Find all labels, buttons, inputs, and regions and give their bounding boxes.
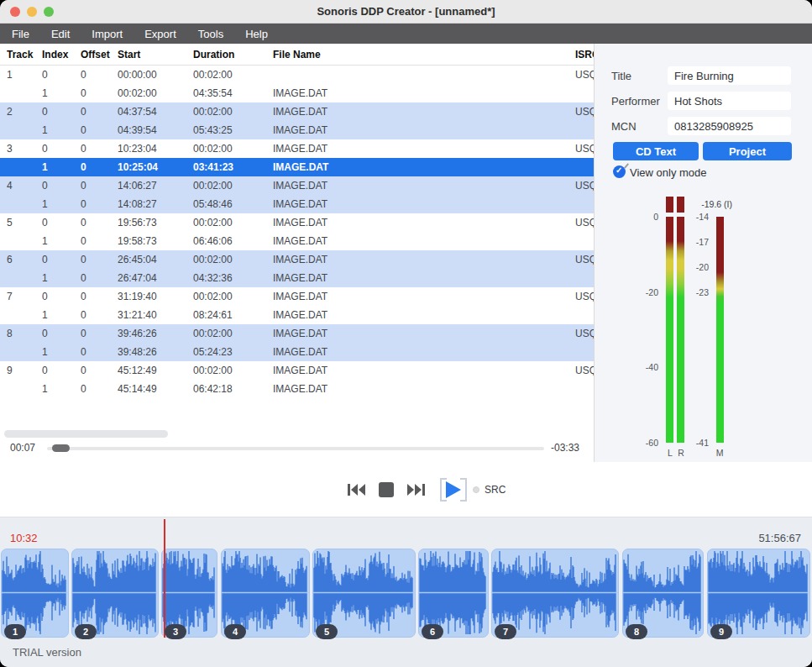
cell-start: 04:39:54 [118, 124, 193, 136]
cell-offset: 0 [81, 365, 118, 376]
cell-file: IMAGE.DAT [273, 87, 575, 99]
cd-text-button[interactable]: CD Text [613, 142, 699, 160]
total-time: 51:56:67 [758, 532, 801, 544]
column-header-offset[interactable]: Offset [81, 49, 118, 60]
src-label: SRC [485, 484, 506, 496]
column-header-duration[interactable]: Duration [193, 49, 273, 60]
column-header-isrc[interactable]: ISRC [575, 49, 594, 60]
cell-isrc: USQ [575, 217, 594, 228]
cell-duration: 05:48:46 [193, 198, 273, 210]
cell-duration: 00:02:00 [193, 143, 273, 155]
cell-file: IMAGE.DAT [273, 217, 575, 228]
cell-file: IMAGE.DAT [273, 254, 575, 265]
table-row[interactable]: 90045:12:4900:02:00IMAGE.DATUSQ [0, 361, 594, 380]
status-text: TRIAL version [13, 640, 81, 665]
m-meter-scale: -14-17-20-23-41 [677, 217, 712, 443]
seek-slider[interactable] [47, 447, 544, 450]
table-row[interactable]: 20004:37:5400:02:00IMAGE.DATUSQ [0, 102, 594, 121]
cell-duration: 08:24:61 [193, 309, 273, 321]
cell-index: 1 [42, 346, 81, 358]
table-row[interactable]: 1031:21:4008:24:61IMAGE.DAT [0, 306, 594, 324]
table-row[interactable]: 1019:58:7306:46:06IMAGE.DAT [0, 232, 594, 250]
title-field[interactable] [668, 66, 791, 85]
play-button[interactable] [439, 478, 468, 502]
cell-start: 04:37:54 [118, 106, 193, 118]
table-row[interactable]: 1039:48:2605:24:23IMAGE.DAT [0, 343, 594, 361]
src-led-icon [473, 486, 479, 493]
cell-file: IMAGE.DAT [273, 124, 575, 136]
src-indicator[interactable]: SRC [473, 462, 506, 517]
menu-export[interactable]: Export [144, 28, 176, 40]
waveform-track-row [0, 549, 812, 638]
meter-scale-label: -17 [696, 237, 709, 247]
table-row[interactable]: 50019:56:7300:02:00IMAGE.DATUSQ [0, 213, 594, 232]
table-row[interactable]: 80039:46:2600:02:00IMAGE.DATUSQ [0, 324, 594, 343]
column-header-index[interactable]: Index [42, 49, 81, 60]
meter-scale-label: 0 [653, 212, 658, 222]
cell-offset: 0 [81, 346, 118, 358]
column-header-start[interactable]: Start [118, 49, 193, 60]
cell-start: 39:48:26 [118, 346, 193, 358]
cell-duration: 05:24:23 [193, 346, 273, 358]
meter-scale-label: -60 [646, 438, 658, 448]
previous-track-button[interactable] [344, 481, 366, 498]
right-meter-clip-cap [677, 197, 684, 213]
menu-tools[interactable]: Tools [198, 28, 223, 40]
title-bar: Sonoris DDP Creator - [unnamed*] [0, 0, 812, 24]
cell-track: 3 [7, 143, 42, 155]
cell-file: IMAGE.DAT [273, 143, 575, 155]
cell-offset: 0 [81, 180, 118, 192]
table-row[interactable]: 1026:47:0404:32:36IMAGE.DAT [0, 269, 594, 287]
playhead-cursor[interactable] [164, 519, 165, 638]
cell-index: 1 [42, 87, 81, 99]
cell-offset: 0 [81, 143, 118, 155]
cell-offset: 0 [81, 161, 118, 173]
table-row[interactable]: 1045:14:4906:42:18IMAGE.DAT [0, 380, 594, 398]
seek-slider-thumb[interactable] [52, 444, 70, 452]
column-header-file-name[interactable]: File Name [273, 49, 575, 60]
project-button[interactable]: Project [703, 142, 792, 160]
table-row[interactable]: 60026:45:0400:02:00IMAGE.DATUSQ [0, 250, 594, 269]
cell-index: 0 [42, 69, 81, 81]
cell-isrc: USQ [575, 106, 594, 118]
menu-file[interactable]: File [12, 28, 29, 40]
table-row[interactable]: 1004:39:5405:43:25IMAGE.DAT [0, 121, 594, 139]
cell-track: 5 [7, 217, 42, 228]
menu-edit[interactable]: Edit [51, 28, 70, 40]
cell-offset: 0 [81, 235, 118, 247]
performer-field[interactable] [668, 92, 791, 110]
track-number-badge: 1 [4, 624, 26, 639]
column-header-track[interactable]: Track [7, 49, 42, 60]
meter-scale-label: -41 [696, 438, 709, 448]
cell-isrc: USQ [575, 254, 594, 265]
cell-index: 0 [42, 365, 81, 376]
table-row[interactable]: 10000:00:0000:02:00USQ [0, 66, 594, 84]
menu-help[interactable]: Help [245, 28, 268, 40]
table-row[interactable]: 1014:08:2705:48:46IMAGE.DAT [0, 195, 594, 213]
menu-import[interactable]: Import [92, 28, 123, 40]
cell-duration: 05:43:25 [193, 124, 273, 136]
horizontal-scrollbar[interactable] [4, 430, 168, 438]
cell-file: IMAGE.DAT [273, 291, 575, 302]
table-row[interactable]: 1000:02:0004:35:54IMAGE.DAT [0, 84, 594, 102]
cell-start: 14:08:27 [118, 198, 193, 210]
cell-index: 1 [42, 383, 81, 395]
cell-duration: 00:02:00 [193, 217, 273, 228]
cell-file: IMAGE.DAT [273, 198, 575, 210]
table-row[interactable]: 1010:25:0403:41:23IMAGE.DAT [0, 158, 594, 176]
cell-duration: 04:35:54 [193, 87, 273, 99]
track-list-pane: TrackIndexOffsetStartDurationFile NameIS… [0, 44, 595, 462]
stop-button[interactable] [377, 481, 396, 498]
cell-offset: 0 [81, 124, 118, 136]
view-only-checkbox[interactable] [613, 165, 626, 178]
table-row[interactable]: 30010:23:0400:02:00IMAGE.DATUSQ [0, 139, 594, 158]
next-track-button[interactable] [406, 481, 428, 498]
cell-index: 0 [42, 217, 81, 228]
mcn-field[interactable] [668, 117, 791, 135]
left-meter-clip-cap [666, 197, 673, 213]
table-row[interactable]: 40014:06:2700:02:00IMAGE.DATUSQ [0, 176, 594, 195]
meter-scale-label: -20 [646, 287, 658, 297]
table-row[interactable]: 70031:19:4000:02:00IMAGE.DATUSQ [0, 287, 594, 306]
cell-index: 1 [42, 235, 81, 247]
track-number-badge: 4 [224, 624, 246, 639]
